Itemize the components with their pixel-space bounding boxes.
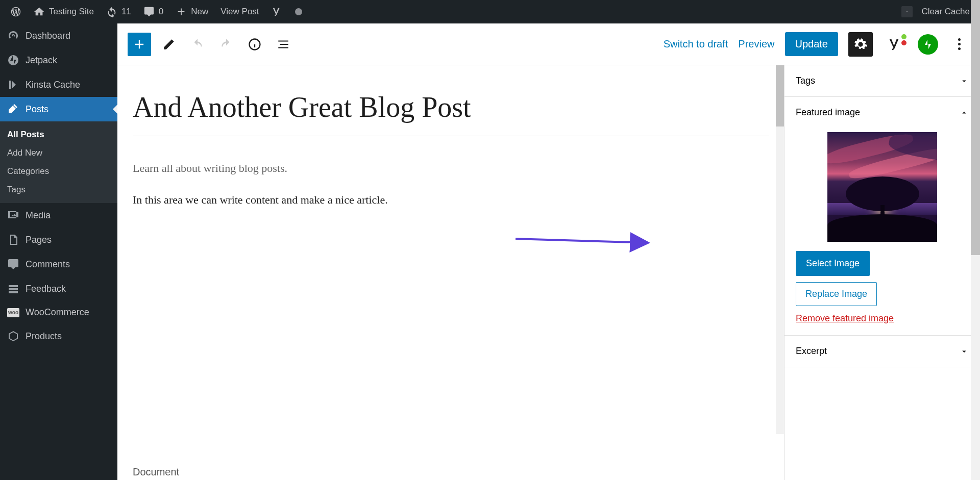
tags-panel-label: Tags — [796, 75, 815, 86]
view-post[interactable]: View Post — [214, 0, 265, 23]
menu-posts[interactable]: Posts — [0, 97, 117, 121]
menu-dashboard[interactable]: Dashboard — [0, 23, 117, 48]
paragraph-block[interactable]: Learn all about writing blog posts. — [133, 162, 769, 175]
menu-kinsta[interactable]: Kinsta Cache — [0, 72, 117, 97]
block-editor: Switch to draft Preview Update And Anoth… — [117, 23, 980, 480]
kinsta-label: Kinsta Cache — [26, 80, 80, 90]
add-block-button[interactable] — [128, 33, 151, 56]
status-dot-icon — [295, 8, 302, 15]
comments-count: 0 — [159, 7, 163, 17]
kebab-icon — [958, 38, 961, 50]
editor-canvas[interactable]: And Another Great Blog Post Learn all ab… — [117, 65, 784, 480]
yoast-button[interactable] — [883, 32, 908, 57]
clear-cache-label: Clear Cache — [922, 7, 970, 17]
replace-image-button[interactable]: Replace Image — [796, 282, 877, 306]
featured-image-thumbnail[interactable] — [827, 132, 937, 242]
redo-button[interactable] — [215, 34, 237, 55]
menu-products[interactable]: Products — [0, 324, 117, 348]
undo-button[interactable] — [187, 34, 208, 55]
settings-sidebar: Tags Featured image — [784, 65, 980, 480]
menu-pages[interactable]: Pages — [0, 228, 117, 252]
submenu-tags[interactable]: Tags — [0, 181, 117, 199]
woo-icon: woo — [7, 308, 19, 317]
updates[interactable]: 11 — [100, 0, 137, 23]
menu-media[interactable]: Media — [0, 203, 117, 228]
admin-comments[interactable]: 0 — [137, 0, 169, 23]
media-label: Media — [26, 210, 51, 221]
cache-icon — [901, 6, 913, 17]
jetpack-button[interactable] — [918, 34, 938, 55]
posts-submenu: All Posts Add New Categories Tags — [0, 121, 117, 203]
submenu-add-new[interactable]: Add New — [0, 144, 117, 162]
menu-comments[interactable]: Comments — [0, 252, 117, 276]
chevron-down-icon — [960, 77, 969, 86]
submenu-all-posts[interactable]: All Posts — [0, 125, 117, 144]
feedback-label: Feedback — [26, 284, 66, 294]
updates-count: 11 — [121, 7, 131, 17]
menu-woocommerce[interactable]: wooWooCommerce — [0, 301, 117, 324]
more-options-button[interactable] — [948, 34, 970, 55]
home-icon — [34, 6, 45, 17]
new-label: New — [191, 7, 208, 17]
status-indicator — [289, 0, 308, 23]
admin-bar: Testing Site 11 0 New View Post Clear Ca… — [0, 0, 980, 23]
dashboard-label: Dashboard — [26, 31, 70, 41]
submenu-categories[interactable]: Categories — [0, 162, 117, 181]
view-post-label: View Post — [220, 7, 259, 17]
pages-label: Pages — [26, 235, 52, 245]
featured-image-panel-toggle[interactable]: Featured image — [785, 97, 980, 128]
annotation-arrow — [516, 218, 658, 259]
wordpress-icon — [10, 6, 21, 17]
page-scrollbar[interactable] — [971, 0, 980, 480]
refresh-icon — [106, 6, 117, 17]
excerpt-panel-toggle[interactable]: Excerpt — [785, 336, 980, 367]
yoast-green-dot — [901, 34, 906, 39]
excerpt-panel-label: Excerpt — [796, 346, 827, 357]
info-button[interactable] — [244, 34, 265, 55]
canvas-scrollbar[interactable] — [776, 65, 784, 434]
plus-icon — [176, 6, 187, 17]
woo-label: WooCommerce — [26, 307, 89, 318]
jetpack-label: Jetpack — [26, 55, 57, 66]
posts-label: Posts — [26, 104, 48, 115]
tags-panel-toggle[interactable]: Tags — [785, 65, 980, 96]
menu-feedback[interactable]: Feedback — [0, 276, 117, 301]
remove-featured-image-link[interactable]: Remove featured image — [796, 313, 969, 324]
featured-image-label: Featured image — [796, 107, 860, 118]
admin-sidebar: Dashboard Jetpack Kinsta Cache Posts All… — [0, 23, 117, 480]
chevron-up-icon — [960, 108, 969, 117]
svg-point-0 — [8, 55, 18, 65]
comments-label: Comments — [26, 259, 70, 270]
switch-to-draft-button[interactable]: Switch to draft — [664, 38, 728, 50]
chevron-down-icon — [960, 347, 969, 356]
comment-icon — [143, 6, 155, 17]
update-button[interactable]: Update — [785, 32, 839, 56]
products-label: Products — [26, 331, 62, 342]
clear-cache[interactable]: Clear Cache — [895, 0, 976, 23]
outline-button[interactable] — [273, 34, 294, 55]
yoast-icon — [272, 6, 283, 17]
site-home[interactable]: Testing Site — [28, 0, 100, 23]
editor-toolbar: Switch to draft Preview Update — [117, 23, 980, 65]
svg-line-4 — [516, 239, 648, 243]
yoast-adminbar[interactable] — [265, 0, 289, 23]
paragraph-block[interactable]: In this area we can write content and ma… — [133, 193, 769, 207]
select-image-button[interactable]: Select Image — [796, 251, 870, 276]
yoast-red-dot — [901, 40, 906, 45]
post-title[interactable]: And Another Great Blog Post — [133, 91, 769, 136]
new-content[interactable]: New — [169, 0, 214, 23]
wp-logo[interactable] — [4, 0, 28, 23]
document-tab[interactable]: Document — [133, 457, 179, 480]
preview-button[interactable]: Preview — [738, 38, 774, 50]
menu-jetpack[interactable]: Jetpack — [0, 48, 117, 72]
settings-gear-button[interactable] — [848, 32, 873, 57]
tools-button[interactable] — [158, 34, 180, 55]
site-name-label: Testing Site — [49, 7, 94, 17]
